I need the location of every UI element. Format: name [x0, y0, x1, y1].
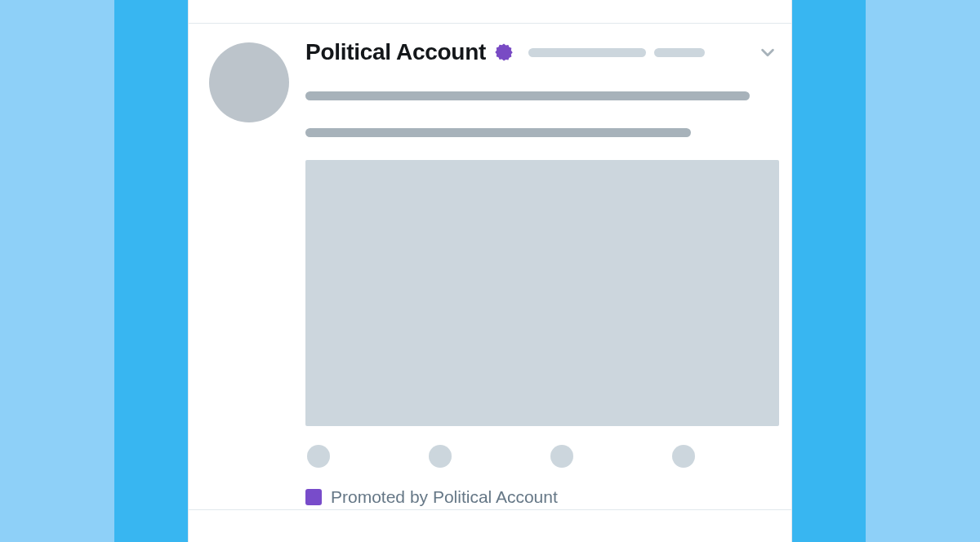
divider-bottom — [189, 509, 791, 510]
like-button[interactable] — [550, 445, 573, 468]
account-name[interactable]: Political Account — [305, 39, 486, 65]
post-content: Political Account — [305, 39, 777, 507]
post-header-row: Political Account — [305, 39, 777, 65]
brand-stripe-right — [792, 0, 866, 542]
share-button[interactable] — [672, 445, 695, 468]
avatar[interactable] — [209, 42, 289, 122]
verified-badge-icon — [494, 42, 514, 62]
handle-placeholder — [528, 48, 646, 57]
repost-button[interactable] — [429, 445, 452, 468]
timestamp-placeholder — [654, 48, 705, 57]
reply-button[interactable] — [307, 445, 330, 468]
media-attachment[interactable] — [305, 160, 779, 426]
promoted-indicator[interactable]: Promoted by Political Account — [305, 487, 777, 507]
more-options-button[interactable] — [759, 43, 777, 61]
post-card: Political Account — [188, 0, 792, 542]
promoted-icon — [305, 489, 322, 505]
post-body — [305, 91, 777, 137]
promoted-label: Promoted by Political Account — [331, 487, 558, 507]
body-text-line — [305, 91, 750, 100]
divider-top — [189, 23, 791, 24]
body-text-line — [305, 128, 691, 137]
brand-stripe-left — [114, 0, 188, 542]
post-actions — [305, 445, 777, 468]
